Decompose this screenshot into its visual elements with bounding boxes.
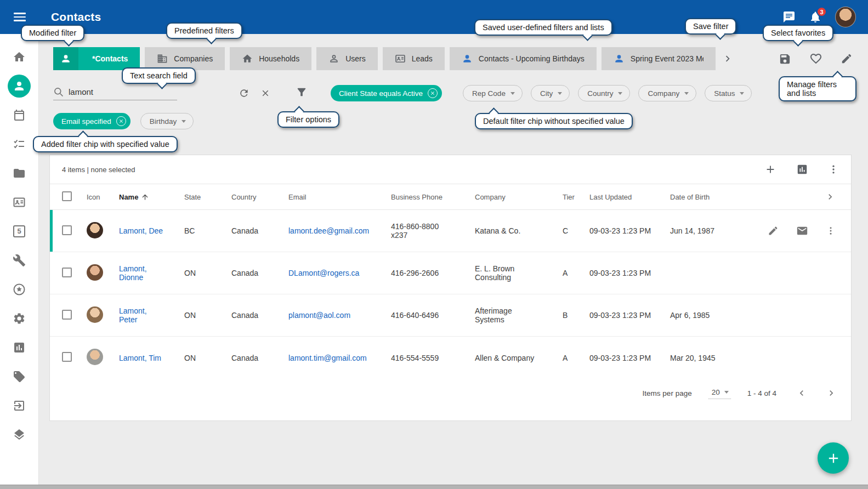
table-row[interactable]: Lamont, Dionne ON Canada DLamont@rogers.… [50,252,851,294]
previous-page-chevron-icon[interactable] [796,388,807,399]
tab-companies[interactable]: Companies [145,47,225,70]
folder-icon [13,167,26,180]
filter-chip-status[interactable]: Status [705,85,752,101]
cell-tier: A [563,354,589,362]
refresh-icon[interactable] [239,88,249,99]
sidebar-item-address-book[interactable] [0,187,39,217]
sidebar-item-apps[interactable] [0,420,39,449]
chip-remove-icon[interactable] [116,116,126,126]
chart-view-icon[interactable] [796,163,808,175]
items-per-page-select[interactable]: 20 [708,387,731,399]
contacts-active-bubble [8,75,31,98]
table-row[interactable]: Lamont, Peter ON Canada plamont@aol.com … [50,294,851,337]
sidebar-item-opportunities[interactable] [0,217,39,246]
user-avatar[interactable] [835,7,856,27]
column-header-company[interactable]: Company [475,193,563,201]
filter-list-actions [779,52,853,65]
table-row[interactable]: Lamont, Tim ON Canada lamont.tim@gmail.c… [50,337,851,379]
tab-contacts[interactable]: *Contacts [53,47,140,70]
clear-search-icon[interactable] [260,88,270,98]
select-all-checkbox[interactable] [62,191,72,201]
column-header-icon[interactable]: Icon [87,193,119,201]
tab-users[interactable]: Users [316,47,378,70]
sidebar-item-documents[interactable] [0,158,39,187]
more-options-kebab-icon[interactable] [828,164,839,175]
tab-overflow-chevron-icon[interactable] [722,53,734,65]
favorites-heart-icon[interactable] [809,52,822,65]
callout-text-search-field: Text search field [122,67,196,84]
filter-chip-company[interactable]: Company [638,85,696,101]
contact-email-link[interactable]: lamont.dee@gmail.com [288,226,369,235]
row-checkbox[interactable] [62,310,72,320]
add-contact-fab[interactable] [818,442,849,474]
items-per-page-value: 20 [712,388,720,396]
expand-columns-chevron-icon[interactable] [825,191,836,202]
contact-email-link[interactable]: DLamont@rogers.ca [288,269,359,277]
filter-funnel-icon[interactable] [296,86,308,98]
sidebar-item-calendar[interactable] [0,100,39,129]
chat-icon[interactable] [782,10,796,24]
contact-name-link[interactable]: Lamont, Peter [119,306,147,324]
main-content: *Contacts Companies Households Users Lea… [39,34,868,485]
table-row[interactable]: Lamont, Dee BC Canada lamont.dee@gmail.c… [50,210,851,252]
tab-households[interactable]: Households [230,47,311,70]
bar-chart-icon [13,341,26,354]
filter-chip-rep-code[interactable]: Rep Code [463,85,523,101]
add-column-icon[interactable] [764,163,776,175]
sidebar-item-campaigns[interactable] [0,275,39,304]
tab-saved-spring-event[interactable]: Spring Event 2023 Me [602,47,716,70]
column-header-date-of-birth[interactable]: Date of Birth [670,193,742,201]
filter-chip-client-state[interactable]: Client State equals Active [331,85,442,101]
cell-tier: C [563,226,589,235]
column-header-state[interactable]: State [184,193,231,201]
filter-chip-email[interactable]: Email specified [53,113,131,129]
chip-remove-icon[interactable] [428,88,438,98]
filter-chip-birthday[interactable]: Birthday [140,113,194,129]
callout-added-chip: Added filter chip with specified value [33,136,178,152]
column-header-country[interactable]: Country [231,193,288,201]
row-checkbox[interactable] [62,225,72,235]
cell-country: Canada [231,269,288,277]
sidebar-item-customer-service[interactable] [0,246,39,275]
edit-contact-pencil-icon[interactable] [768,225,779,236]
selection-status: 4 items | none selected [62,166,135,174]
row-checkbox[interactable] [62,268,72,277]
filter-chip-city[interactable]: City [531,85,570,101]
save-filter-icon[interactable] [779,53,791,65]
callout-modified-filter: Modified filter [21,25,84,41]
row-checkbox[interactable] [62,352,72,362]
callout-filter-options: Filter options [277,111,339,128]
page-title: Contacts [51,10,101,24]
contact-email-link[interactable]: plamont@aol.com [288,311,350,320]
next-page-chevron-icon[interactable] [826,388,837,399]
tab-saved-upcoming-birthdays[interactable]: Contacts - Upcoming Birthdays [450,47,597,70]
row-more-kebab-icon[interactable] [826,226,836,236]
sidebar-item-contacts[interactable] [0,71,39,100]
chevron-down-icon [684,92,689,95]
pagination-bar: Items per page 20 1 - 4 of 4 [50,379,851,407]
column-header-name[interactable]: Name [119,193,167,201]
contact-name-link[interactable]: Lamont, Tim [119,354,161,362]
email-contact-envelope-icon[interactable] [796,225,808,237]
contact-name-link[interactable]: Lamont, Dionne [119,264,147,282]
sidebar-item-import[interactable] [0,391,39,420]
sidebar-item-settings[interactable] [0,304,39,333]
filter-chip-country[interactable]: Country [578,85,630,101]
search-input[interactable] [69,87,167,96]
column-header-tier[interactable]: Tier [563,193,589,201]
tab-leads[interactable]: Leads [383,47,445,70]
sidebar-item-home[interactable] [0,42,39,71]
manage-filters-pencil-icon[interactable] [841,53,853,65]
contact-name-link[interactable]: Lamont, Dee [119,226,163,235]
cell-business-phone: 416-554-5559 [391,354,475,362]
column-header-business-phone[interactable]: Business Phone [391,193,475,201]
contact-email-link[interactable]: lamont.tim@gmail.com [288,354,367,362]
notifications-bell-icon[interactable]: 3 [809,10,822,24]
tab-label: *Contacts [84,54,140,63]
sidebar-item-quotas[interactable] [0,362,39,391]
column-header-last-updated[interactable]: Last Updated [589,193,670,201]
chip-label: Email specified [61,117,111,126]
cell-last-updated: 09-03-23 1:23 PM [589,311,670,320]
column-header-email[interactable]: Email [288,193,391,201]
sidebar-item-analytics[interactable] [0,333,39,362]
